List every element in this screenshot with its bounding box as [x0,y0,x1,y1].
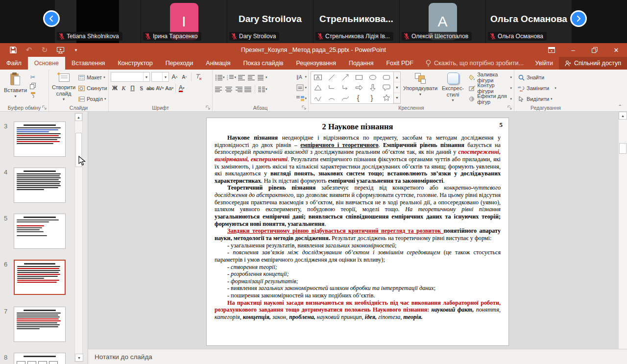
participant-tile[interactable]: Dary StroilovaDary Stroilova [227,0,313,43]
down-arrow-shape-icon[interactable] [366,82,380,93]
triangle-shape-icon[interactable] [311,82,325,93]
convert-smartart-icon[interactable]: ▾ [295,94,307,103]
font-name-combo[interactable]: ▼ [111,72,150,82]
find-button[interactable]: Знайти [516,72,576,83]
font-dialog-launcher-icon[interactable] [206,105,211,110]
participant-tile[interactable]: ІІрина Тарасенко [141,0,227,43]
undo-icon[interactable]: ↶ [24,46,33,54]
rounded-rectangle-shape-icon[interactable] [380,72,393,82]
new-slide-button[interactable]: ✦ Створити слайд ▼ [51,71,76,104]
justify-icon[interactable] [244,84,253,94]
thumbnail-scroll-down-icon[interactable]: ▼ [75,354,83,362]
rectangle-shape-icon[interactable] [352,72,366,82]
close-icon[interactable]: ✕ [605,43,627,57]
align-center-icon[interactable] [224,84,233,94]
collapse-ribbon-icon[interactable]: ⌃ [618,104,622,109]
clear-formatting-button[interactable] [194,72,202,82]
ribbon-display-options-icon[interactable] [541,43,562,57]
save-icon[interactable] [9,46,18,54]
participant-tile[interactable]: АОлексій Шестопалов [400,0,485,43]
slide-thumbnail-5[interactable]: 5 [14,214,66,249]
replace-button[interactable]: abac Замінити▾ [516,83,576,94]
paragraph-dialog-launcher-icon[interactable] [302,105,307,110]
decrease-font-size-button[interactable]: A˅ [180,72,189,82]
shape-outline-button[interactable]: Контур фігури▾ [468,83,513,94]
elbow-arrow-shape-icon[interactable] [338,82,352,93]
character-spacing-button[interactable]: AV▾ [155,83,164,93]
tab-вставлення[interactable]: Вставлення [65,57,111,70]
shapes-scroll-up-icon[interactable]: ▲ [394,72,400,82]
align-left-icon[interactable] [215,84,223,94]
start-slideshow-icon[interactable] [56,46,65,54]
callout-shape-icon[interactable] [380,82,393,93]
slide-thumbnail-3[interactable]: 3 [14,121,66,157]
redo-icon[interactable]: ↻ [40,46,49,54]
tab-конструктор[interactable]: Конструктор [111,57,159,70]
tab-подання[interactable]: Подання [342,57,380,70]
reset-button[interactable]: Скинути [76,83,108,94]
minimize-icon[interactable]: – [562,43,584,57]
align-right-icon[interactable] [234,84,243,94]
participant-tile[interactable]: Tetiana Shkolnikova [55,0,141,43]
drawing-dialog-launcher-icon[interactable] [507,105,512,110]
cut-icon[interactable]: ✂ [29,73,37,81]
notes-bar[interactable]: Нотатки до слайда [88,349,627,364]
line-shape-icon[interactable] [325,72,338,82]
tab-рецензування[interactable]: Рецензування [289,57,342,70]
line-spacing-icon[interactable]: ▾ [257,73,268,82]
layout-button[interactable]: Макет▾ [76,72,108,83]
numbering-icon[interactable]: 123▾ [226,73,237,82]
text-shadow-button[interactable]: S [137,83,145,93]
arrow-shape-icon[interactable] [338,72,352,82]
slide-thumbnail-8[interactable]: 8 [14,353,66,364]
copy-icon[interactable] [29,82,37,90]
font-color-button[interactable]: А▾ [177,83,186,93]
slide-thumbnail-7[interactable]: 7 [14,307,66,342]
decrease-indent-icon[interactable] [238,73,246,82]
arrange-button[interactable]: Упорядкувати ▼ [403,71,438,98]
scribble-shape-icon[interactable] [311,93,325,103]
shape-effects-button[interactable]: Ефекти для фігур▾ [468,94,513,104]
clipboard-dialog-launcher-icon[interactable] [42,105,47,110]
left-brace-shape-icon[interactable]: { [352,93,366,103]
oval-shape-icon[interactable] [366,72,380,82]
thumbnail-scroll-up-icon[interactable]: ▲ [75,113,82,121]
slide-thumbnail-4[interactable]: 4 [14,168,66,203]
increase-font-size-button[interactable]: A˄ [170,72,179,82]
editor-scroll-up-icon[interactable]: ▲ [619,112,627,120]
tab-анімація[interactable]: Анімація [199,57,237,70]
font-size-combo[interactable]: ▼ [151,72,169,82]
thumbnail-scrollbar-thumb[interactable] [75,133,82,167]
participant-tile[interactable]: Ольга ОсмановаОльга Османова [486,0,572,43]
underline-button[interactable]: П [128,83,137,93]
editor-scrollbar[interactable]: ▲ [618,112,627,349]
change-case-button[interactable]: Aa▾ [165,83,174,93]
tab-основне[interactable]: Основне [28,57,65,70]
text-direction-icon[interactable]: ∥А▾ [295,72,307,82]
align-text-icon[interactable]: ▾ [295,83,307,93]
text-box-shape-icon[interactable] [311,72,325,82]
columns-icon[interactable]: ▾ [257,84,268,94]
right-brace-shape-icon[interactable]: } [366,93,380,103]
right-arrow-shape-icon[interactable] [352,82,366,93]
participants-prev-button[interactable] [43,10,60,27]
tell-me-box[interactable]: Скажіть, що потрібно зробити... [420,57,530,70]
strikethrough-button[interactable]: abc [146,83,155,93]
slide-canvas[interactable]: 5 2 Наукове пізнання Наукове пізнання не… [206,118,509,346]
tab-foxit-pdf[interactable]: Foxit PDF [380,57,420,70]
shapes-scroll-down-icon[interactable]: ▼ [394,82,400,93]
bold-button[interactable]: Ж [111,83,119,93]
italic-button[interactable]: К [120,83,128,93]
share-button[interactable]: Спільний доступ [559,57,627,70]
tab-переходи[interactable]: Переходи [159,57,200,70]
slide-thumbnail-6[interactable]: 6 [14,260,66,295]
participants-next-button[interactable] [570,10,587,27]
curve-shape-icon[interactable] [338,93,352,103]
increase-indent-icon[interactable] [247,73,256,82]
quick-styles-button[interactable]: Експрес-стилі ▼ [440,71,466,104]
tab-показ-слайдів[interactable]: Показ слайдів [237,57,290,70]
arc-shape-icon[interactable] [325,93,338,103]
paste-button[interactable]: Вставити ▼ [2,71,29,100]
elbow-connector-shape-icon[interactable] [325,82,338,93]
thumbnail-scrollbar[interactable]: ▲ ▼ [74,113,83,362]
